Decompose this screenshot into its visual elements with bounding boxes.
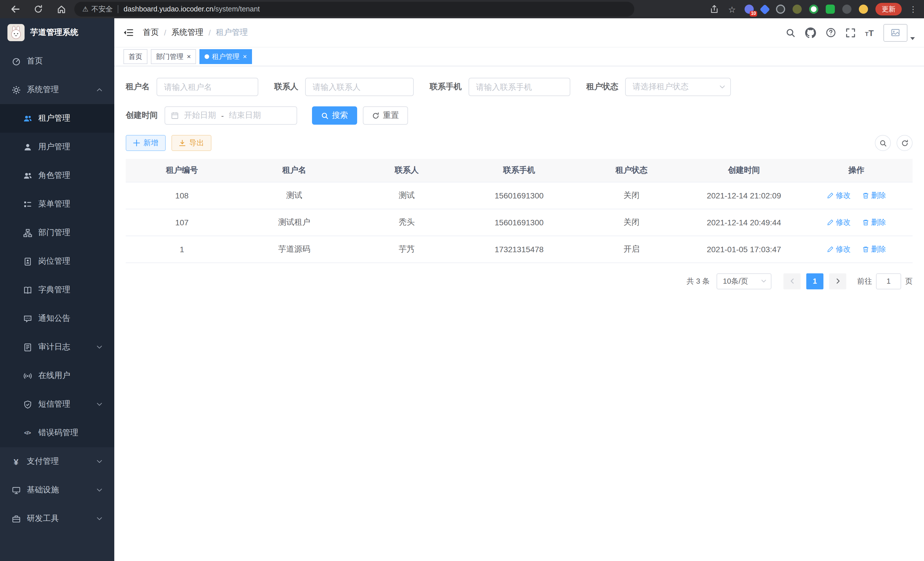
tab-label: 首页 xyxy=(129,52,142,62)
delete-button[interactable]: 删除 xyxy=(862,244,886,254)
sidebar-item-label: 首页 xyxy=(27,56,43,66)
browser-chrome: ⚠ 不安全 dashboard.yudao.iocoder.cn/system/… xyxy=(0,0,924,18)
sidebar-group-system[interactable]: 系统管理 xyxy=(0,75,114,104)
breadcrumb-current: 租户管理 xyxy=(216,27,248,38)
pagination-total: 共 3 条 xyxy=(687,276,710,286)
extension-icon-5[interactable] xyxy=(809,5,818,14)
tenant-name-input[interactable] xyxy=(157,78,258,96)
search-icon[interactable] xyxy=(785,28,795,38)
delete-button[interactable]: 删除 xyxy=(862,217,886,227)
browser-menu-icon[interactable]: ⋮ xyxy=(909,5,917,13)
sidebar-item-dept[interactable]: 部门管理 xyxy=(0,218,114,247)
sidebar-item-error-code[interactable]: </> 错误码管理 xyxy=(0,419,114,447)
contact-input[interactable] xyxy=(305,78,414,96)
sidebar-group-payment[interactable]: ¥ 支付管理 xyxy=(0,447,114,476)
fold-sidebar-icon[interactable] xyxy=(123,28,134,37)
logo[interactable]: 芋道管理系统 xyxy=(0,18,114,47)
extension-icon-1[interactable]: 10 xyxy=(745,5,754,14)
sidebar-item-post[interactable]: 岗位管理 xyxy=(0,247,114,276)
fullscreen-icon[interactable] xyxy=(845,28,855,38)
tenant-table: 租户编号 租户名 联系人 联系手机 租户状态 创建时间 操作 108 测试 xyxy=(126,159,913,263)
status-select[interactable]: 请选择租户状态 xyxy=(625,78,731,96)
sidebar-group-infrastructure[interactable]: 基础设施 xyxy=(0,476,114,504)
site-security-chip[interactable]: ⚠ 不安全 xyxy=(82,4,113,14)
menu-list-icon xyxy=(23,200,32,209)
chevron-down-icon xyxy=(96,458,103,465)
devtools-icon xyxy=(11,514,21,523)
github-icon[interactable] xyxy=(805,27,816,38)
breadcrumb-system[interactable]: 系统管理 xyxy=(171,27,203,38)
column-header: 租户名 xyxy=(238,159,350,182)
close-icon[interactable]: × xyxy=(187,53,191,60)
show-search-icon[interactable] xyxy=(875,135,891,151)
tab-home[interactable]: 首页 xyxy=(123,49,147,64)
reload-icon[interactable] xyxy=(33,4,44,14)
breadcrumb-home[interactable]: 首页 xyxy=(143,27,159,38)
export-button[interactable]: 导出 xyxy=(171,135,212,151)
cell-contact: 秃头 xyxy=(351,209,463,236)
avatar[interactable] xyxy=(884,24,908,41)
table-row: 1 芋道源码 芋艿 17321315478 开启 2021-01-05 17:0… xyxy=(126,236,913,262)
prev-page-button[interactable] xyxy=(783,273,801,289)
next-page-button[interactable] xyxy=(829,273,846,289)
sidebar-group-sms[interactable]: 短信管理 xyxy=(0,390,114,419)
sidebar-item-tenant[interactable]: 租户管理 xyxy=(0,104,114,133)
sidebar-item-label: 部门管理 xyxy=(38,228,70,238)
sidebar-item-menu[interactable]: 菜单管理 xyxy=(0,190,114,218)
extension-icon-2[interactable] xyxy=(760,4,770,15)
url-text[interactable]: dashboard.yudao.iocoder.cn/system/tenant xyxy=(124,5,260,13)
user-menu[interactable] xyxy=(884,24,915,41)
filter-row-2: 创建时间 开始日期 - 结束日期 搜索 xyxy=(126,106,913,125)
search-button[interactable]: 搜索 xyxy=(312,106,357,125)
sidebar-item-notice[interactable]: 通知公告 xyxy=(0,304,114,333)
caret-down-icon xyxy=(910,37,915,40)
post-badge-icon xyxy=(23,257,32,266)
cell-mobile: 15601691300 xyxy=(463,182,575,209)
add-button[interactable]: 新增 xyxy=(126,135,166,151)
payment-icon: ¥ xyxy=(11,457,21,466)
sidebar-item-home[interactable]: 首页 xyxy=(0,47,114,75)
chevron-down-icon xyxy=(96,401,103,408)
edit-button-label: 修改 xyxy=(836,244,850,254)
column-header: 创建时间 xyxy=(688,159,800,182)
sidebar-group-devtools[interactable]: 研发工具 xyxy=(0,504,114,533)
date-range-picker[interactable]: 开始日期 - 结束日期 xyxy=(165,106,297,125)
chevron-down-icon xyxy=(96,487,103,493)
sidebar-item-role[interactable]: 角色管理 xyxy=(0,161,114,190)
star-icon[interactable]: ☆ xyxy=(727,4,737,14)
mobile-input[interactable] xyxy=(469,78,570,96)
sidebar-group-audit-log[interactable]: 审计日志 xyxy=(0,333,114,361)
extension-icon-3[interactable] xyxy=(776,5,785,14)
page-number-1[interactable]: 1 xyxy=(806,273,824,289)
extension-icon-7[interactable] xyxy=(842,5,851,14)
sidebar-item-dict[interactable]: 字典管理 xyxy=(0,276,114,304)
delete-button[interactable]: 删除 xyxy=(862,190,886,200)
extension-icon-4[interactable] xyxy=(793,5,802,14)
tab-tenant[interactable]: 租户管理 × xyxy=(200,49,252,64)
org-tree-icon xyxy=(23,228,32,237)
cell-mobile: 17321315478 xyxy=(463,236,575,262)
reset-button[interactable]: 重置 xyxy=(363,106,408,125)
refresh-icon[interactable] xyxy=(897,135,913,151)
extension-icon-6[interactable] xyxy=(826,5,835,14)
address-bar[interactable]: ⚠ 不安全 dashboard.yudao.iocoder.cn/system/… xyxy=(74,2,634,17)
sidebar-item-online-user[interactable]: 在线用户 xyxy=(0,361,114,390)
sidebar-item-user[interactable]: 用户管理 xyxy=(0,133,114,161)
browser-update-button[interactable]: 更新 xyxy=(875,3,902,15)
font-size-icon[interactable]: TT xyxy=(865,28,874,37)
cell-created-at: 2021-01-05 17:03:47 xyxy=(688,236,800,262)
tab-dept[interactable]: 部门管理 × xyxy=(151,49,196,64)
close-icon[interactable]: × xyxy=(243,53,247,60)
goto-page-input[interactable] xyxy=(876,273,901,289)
cell-tenant-id: 1 xyxy=(126,236,238,262)
edit-button[interactable]: 修改 xyxy=(826,190,850,200)
edit-button[interactable]: 修改 xyxy=(826,244,850,254)
back-icon[interactable] xyxy=(10,4,21,14)
edit-button[interactable]: 修改 xyxy=(826,217,850,227)
question-icon[interactable] xyxy=(825,27,836,38)
share-icon[interactable] xyxy=(709,4,719,14)
page-size-select[interactable]: 10条/页 xyxy=(717,273,771,289)
sidebar-item-label: 岗位管理 xyxy=(38,256,70,266)
extension-icon-8[interactable] xyxy=(859,5,868,14)
home-icon[interactable] xyxy=(56,4,66,14)
